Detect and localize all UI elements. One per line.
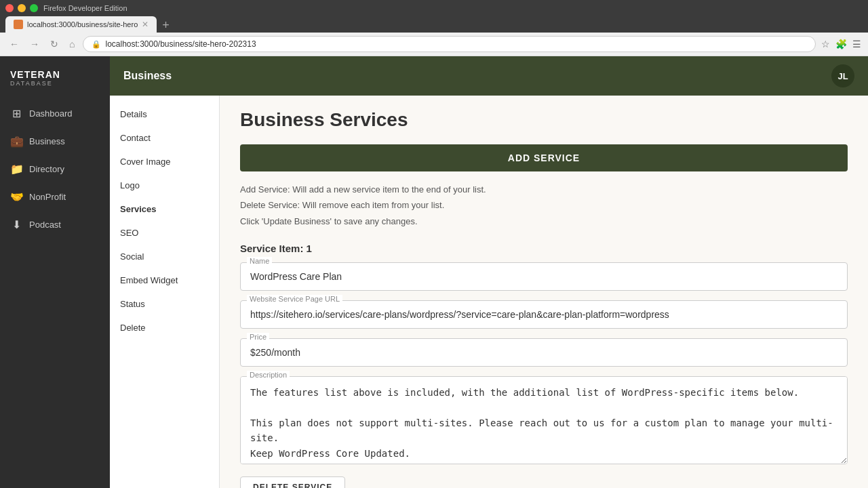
description-textarea[interactable]: The features list above is included, wit… xyxy=(240,376,848,464)
dashboard-icon: ⊞ xyxy=(10,107,22,120)
directory-icon: 📁 xyxy=(10,163,22,176)
browser-tabs: localhost:3000/business/site-hero ✕ + xyxy=(5,16,174,33)
nav-embed-widget[interactable]: Embed Widget xyxy=(110,268,219,292)
top-bar-title: Business xyxy=(123,70,172,82)
instructions: Add Service: Will add a new service item… xyxy=(240,182,848,229)
price-field-group: Price xyxy=(240,338,848,367)
active-tab[interactable]: localhost:3000/business/site-hero ✕ xyxy=(5,16,157,33)
bookmark-icon[interactable]: ☆ xyxy=(821,39,830,49)
nonprofit-icon: 🤝 xyxy=(10,190,22,203)
description-field-label: Description xyxy=(247,371,290,379)
podcast-icon: ⬇ xyxy=(10,218,22,231)
home-button[interactable]: ⌂ xyxy=(66,37,77,51)
title-bar: Firefox Developer Edition xyxy=(5,4,863,12)
content-area: Business Services ADD SERVICE Add Servic… xyxy=(220,96,868,488)
left-nav: VETERAN DATABASE ⊞ Dashboard 💼 Business … xyxy=(0,56,110,488)
url-input[interactable] xyxy=(240,300,848,329)
price-input[interactable] xyxy=(240,338,848,367)
description-field-group: Description The features list above is i… xyxy=(240,376,848,467)
nav-details[interactable]: Details xyxy=(110,102,219,126)
app: VETERAN DATABASE ⊞ Dashboard 💼 Business … xyxy=(0,56,868,488)
forward-button[interactable]: → xyxy=(27,37,42,51)
tab-close-button[interactable]: ✕ xyxy=(142,20,149,29)
url-field-label: Website Service Page URL xyxy=(247,295,342,303)
main-area: Business JL Details Contact Cover Image … xyxy=(110,56,868,488)
nav-cover-image[interactable]: Cover Image xyxy=(110,150,219,174)
nav-items: ⊞ Dashboard 💼 Business 📁 Directory 🤝 Non… xyxy=(0,100,110,238)
url-field-group: Website Service Page URL xyxy=(240,300,848,329)
name-input[interactable] xyxy=(240,262,848,291)
lock-icon: 🔒 xyxy=(92,40,101,49)
top-bar: Business JL xyxy=(110,56,868,96)
sidebar-item-business[interactable]: 💼 Business xyxy=(0,128,110,155)
sidebar-item-label: Podcast xyxy=(29,220,61,230)
tab-favicon xyxy=(14,20,23,29)
nav-contact[interactable]: Contact xyxy=(110,126,219,150)
browser-title: Firefox Developer Edition xyxy=(43,4,127,12)
browser-toolbar: ← → ↻ ⌂ 🔒 localhost:3000/business/site-h… xyxy=(0,33,868,56)
sidebar-item-label: NonProfit xyxy=(29,192,66,202)
nav-seo[interactable]: SEO xyxy=(110,221,219,245)
sidebar-item-label: Dashboard xyxy=(29,108,73,119)
url-text: localhost:3000/business/site-hero-202313 xyxy=(105,39,256,49)
instruction-line-2: Delete Service: Will remove each item fr… xyxy=(240,197,848,213)
back-button[interactable]: ← xyxy=(7,37,22,51)
nav-status[interactable]: Status xyxy=(110,292,219,316)
page-title: Business Services xyxy=(240,109,848,131)
nav-logo[interactable]: Logo xyxy=(110,174,219,197)
sidebar-item-nonprofit[interactable]: 🤝 NonProfit xyxy=(0,184,110,210)
logo-area: VETERAN DATABASE xyxy=(0,63,110,100)
maximize-window-button[interactable] xyxy=(30,4,38,12)
add-service-button[interactable]: ADD SERVICE xyxy=(240,144,848,171)
extensions-icon[interactable]: 🧩 xyxy=(835,39,847,49)
logo-sub: DATABASE xyxy=(10,80,100,87)
close-window-button[interactable] xyxy=(5,4,14,12)
nav-delete[interactable]: Delete xyxy=(110,316,219,340)
tab-title: localhost:3000/business/site-hero xyxy=(27,20,138,28)
new-tab-button[interactable]: + xyxy=(158,18,174,33)
sidebar-item-directory[interactable]: 📁 Directory xyxy=(0,156,110,182)
price-field-label: Price xyxy=(247,333,269,341)
nav-social[interactable]: Social xyxy=(110,245,219,268)
service-item-header: Service Item: 1 xyxy=(240,243,848,254)
sidebar-item-label: Directory xyxy=(29,164,64,174)
toolbar-icons: ☆ 🧩 ☰ xyxy=(821,39,861,49)
secondary-nav: Details Contact Cover Image Logo Service… xyxy=(110,96,220,488)
nav-services[interactable]: Services xyxy=(110,197,219,221)
address-bar[interactable]: 🔒 localhost:3000/business/site-hero-2023… xyxy=(83,36,816,52)
avatar: JL xyxy=(831,64,854,87)
business-icon: 💼 xyxy=(10,135,22,148)
browser-chrome: Firefox Developer Edition localhost:3000… xyxy=(0,0,868,33)
minimize-window-button[interactable] xyxy=(18,4,26,12)
logo-text: VETERAN xyxy=(10,70,100,80)
delete-service-button[interactable]: DELETE SERVICE xyxy=(240,476,345,488)
sidebar-item-dashboard[interactable]: ⊞ Dashboard xyxy=(0,100,110,127)
sidebar-item-label: Business xyxy=(29,136,65,146)
menu-icon[interactable]: ☰ xyxy=(852,39,861,49)
traffic-lights xyxy=(5,4,38,12)
name-field-label: Name xyxy=(247,257,272,265)
instruction-line-1: Add Service: Will add a new service item… xyxy=(240,182,848,197)
instruction-line-3: Click 'Update Business' to save any chan… xyxy=(240,214,848,229)
refresh-button[interactable]: ↻ xyxy=(47,37,61,51)
sidebar-item-podcast[interactable]: ⬇ Podcast xyxy=(0,211,110,238)
name-field-group: Name xyxy=(240,262,848,291)
